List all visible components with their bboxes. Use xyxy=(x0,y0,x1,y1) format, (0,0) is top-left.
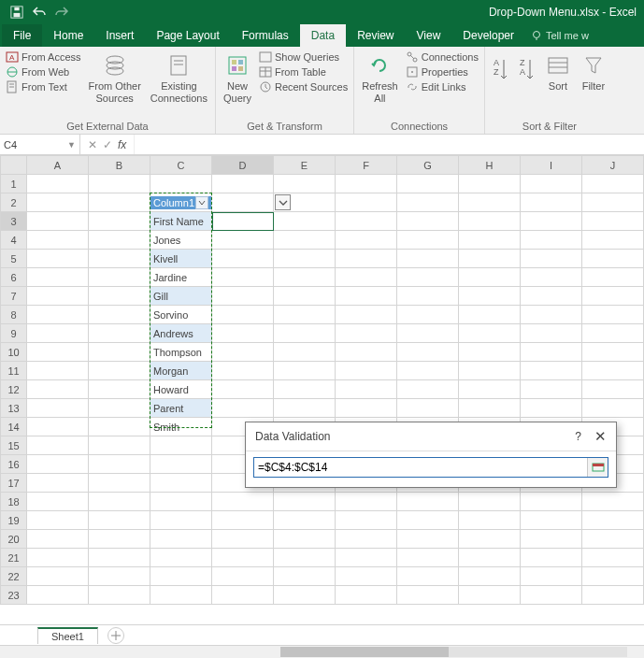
row-header[interactable]: 19 xyxy=(1,511,27,530)
cell[interactable] xyxy=(212,268,274,287)
cell[interactable] xyxy=(27,362,89,380)
cell[interactable] xyxy=(336,567,397,586)
cell[interactable] xyxy=(89,268,150,287)
row-header[interactable]: 8 xyxy=(1,306,27,324)
tab-insert[interactable]: Insert xyxy=(94,24,145,47)
cell[interactable] xyxy=(459,343,521,362)
cell[interactable] xyxy=(212,250,274,268)
cell[interactable] xyxy=(212,287,274,306)
row-header[interactable]: 9 xyxy=(1,324,27,343)
filter-dropdown-button[interactable] xyxy=(195,196,208,209)
row-header[interactable]: 3 xyxy=(1,212,27,231)
tab-data[interactable]: Data xyxy=(300,24,346,47)
cell[interactable]: Column1 xyxy=(150,193,212,212)
cell[interactable] xyxy=(459,530,521,549)
cell[interactable] xyxy=(89,418,150,436)
cell[interactable] xyxy=(397,268,459,287)
show-queries-button[interactable]: Show Queries xyxy=(259,50,348,64)
cell[interactable] xyxy=(27,530,89,549)
cell[interactable] xyxy=(397,306,459,324)
cell[interactable] xyxy=(89,343,150,362)
row-header[interactable]: 2 xyxy=(1,193,27,212)
cancel-icon[interactable]: ✕ xyxy=(88,138,97,151)
cell[interactable] xyxy=(27,306,89,324)
cell[interactable] xyxy=(336,493,397,511)
row-header[interactable]: 6 xyxy=(1,268,27,287)
from-text-button[interactable]: From Text xyxy=(6,80,81,93)
filter-button[interactable]: Filter xyxy=(579,50,608,119)
cell[interactable] xyxy=(336,212,397,231)
cell[interactable] xyxy=(150,511,212,530)
cell[interactable] xyxy=(521,362,582,380)
cell[interactable] xyxy=(582,268,644,287)
cell[interactable] xyxy=(521,212,582,231)
cell[interactable] xyxy=(582,306,644,324)
tab-developer[interactable]: Developer xyxy=(451,24,525,47)
cell[interactable] xyxy=(274,287,336,306)
tell-me[interactable]: Tell me w xyxy=(531,24,589,47)
cell[interactable] xyxy=(212,567,274,586)
cell[interactable] xyxy=(521,287,582,306)
cell[interactable] xyxy=(212,306,274,324)
cell[interactable] xyxy=(459,362,521,380)
cell[interactable] xyxy=(336,268,397,287)
cell[interactable] xyxy=(150,530,212,549)
cell[interactable] xyxy=(582,324,644,343)
cell[interactable] xyxy=(521,399,582,418)
cell[interactable] xyxy=(274,567,336,586)
cell[interactable] xyxy=(27,586,89,605)
cell[interactable] xyxy=(274,380,336,399)
cell[interactable] xyxy=(397,324,459,343)
row-header[interactable]: 17 xyxy=(1,474,27,493)
cell[interactable] xyxy=(459,549,521,567)
column-header[interactable]: C xyxy=(150,156,212,175)
cell[interactable]: Gill xyxy=(150,287,212,306)
cell[interactable] xyxy=(459,399,521,418)
cell[interactable] xyxy=(397,175,459,193)
cell[interactable]: Parent xyxy=(150,399,212,418)
column-header[interactable]: F xyxy=(336,156,397,175)
cell[interactable] xyxy=(274,362,336,380)
cell[interactable] xyxy=(27,212,89,231)
cell[interactable] xyxy=(89,455,150,474)
save-icon[interactable] xyxy=(7,3,26,21)
cell[interactable] xyxy=(274,343,336,362)
cell[interactable] xyxy=(459,175,521,193)
cell[interactable] xyxy=(459,380,521,399)
cell[interactable]: Andrews xyxy=(150,324,212,343)
cell[interactable] xyxy=(582,287,644,306)
row-header[interactable]: 15 xyxy=(1,436,27,455)
tab-file[interactable]: File xyxy=(2,24,42,47)
redo-icon[interactable] xyxy=(52,3,71,21)
properties-button[interactable]: Properties xyxy=(406,65,479,79)
cell[interactable]: Jardine xyxy=(150,268,212,287)
column-header[interactable]: G xyxy=(397,156,459,175)
cell[interactable]: Howard xyxy=(150,380,212,399)
cell[interactable] xyxy=(582,175,644,193)
cell[interactable] xyxy=(397,193,459,212)
cell[interactable] xyxy=(89,306,150,324)
cell[interactable] xyxy=(397,586,459,605)
cell[interactable] xyxy=(582,586,644,605)
cell[interactable] xyxy=(336,231,397,250)
cell[interactable] xyxy=(521,193,582,212)
cell[interactable]: Morgan xyxy=(150,362,212,380)
cell[interactable]: Thompson xyxy=(150,343,212,362)
cell[interactable] xyxy=(89,511,150,530)
cell[interactable]: First Name xyxy=(150,212,212,231)
column-header[interactable]: B xyxy=(89,156,150,175)
cell[interactable] xyxy=(212,212,274,231)
name-box[interactable]: C4▼ xyxy=(0,135,80,154)
cell[interactable] xyxy=(336,549,397,567)
cell[interactable] xyxy=(212,324,274,343)
cell[interactable] xyxy=(274,530,336,549)
cell[interactable] xyxy=(521,306,582,324)
cell[interactable] xyxy=(89,324,150,343)
cell[interactable] xyxy=(582,362,644,380)
horizontal-scrollbar[interactable] xyxy=(0,645,644,658)
sort-za-button[interactable]: ZA xyxy=(517,50,537,119)
cell[interactable] xyxy=(459,212,521,231)
cell[interactable] xyxy=(89,231,150,250)
cell[interactable] xyxy=(459,306,521,324)
cell[interactable] xyxy=(150,567,212,586)
